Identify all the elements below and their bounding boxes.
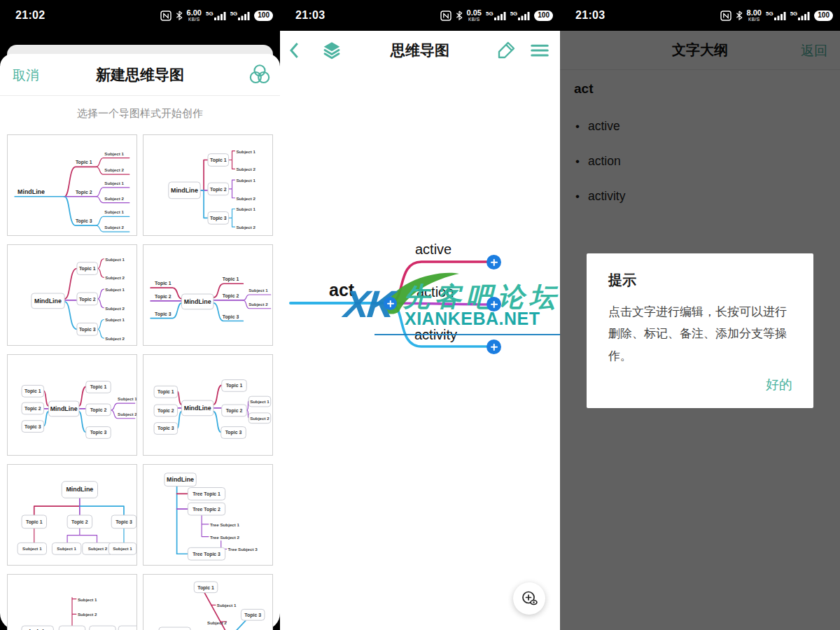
add-branch-root-button[interactable] — [384, 297, 397, 310]
stitched-screenshots: 21:02 6.00KB/S 5G 5G 100 取消 新建思维导图 选择一个导… — [0, 0, 840, 630]
template-bilateral-boxed[interactable]: MindLine Topic 1 Topic 2 Topic 3 Topic 1… — [7, 354, 137, 456]
add-branch-active-button[interactable] — [486, 255, 501, 270]
status-bar: 21:03 0.05KB/S 5G 5G 100 — [280, 0, 560, 31]
clock: 21:03 — [295, 9, 325, 22]
node-label: Tree Topic 1 — [192, 491, 220, 497]
net-speed: 0.05KB/S — [467, 9, 482, 22]
theme-colors-button[interactable] — [248, 63, 272, 85]
paint-brush-icon — [496, 40, 517, 61]
dialog-title: 提示 — [608, 271, 636, 290]
template-brace-right[interactable]: MindLine Topic 1 Topic 2 Topic 3 Subject… — [7, 244, 137, 346]
branch-node-active[interactable]: active — [415, 241, 451, 258]
node-label: Subject 1 — [236, 149, 255, 154]
hamburger-icon — [529, 40, 550, 61]
node-label: Subject 2 — [105, 306, 125, 311]
template-bilateral-boxed-subjects[interactable]: MindLine Topic 1 Topic 2 Topic 3 Topic 1… — [143, 354, 273, 456]
branch-node-action[interactable]: action — [416, 284, 454, 300]
node-label: Subject 2 — [104, 167, 124, 172]
clock: 21:02 — [15, 9, 45, 22]
node-label: Topic 1 — [158, 389, 174, 395]
node-label: MindLine — [184, 405, 211, 412]
panel-editor: 21:03 0.05KB/S 5G 5G 100 思维导图 act active… — [280, 0, 560, 630]
node-label: Topic 2 — [24, 406, 41, 412]
node-label: Tree Topic 3 — [192, 552, 220, 557]
layers-button[interactable] — [321, 40, 344, 61]
node-label: Topic 3 — [90, 430, 107, 435]
battery-indicator: 100 — [534, 10, 553, 21]
template-org-chart[interactable]: MindLine Topic 1 Topic 2 Topic 3 Subject… — [7, 464, 137, 566]
nfc-icon — [440, 10, 451, 21]
node-label: Topic 2 — [210, 187, 227, 192]
node-label: Topic 3 — [79, 327, 96, 332]
sheet-title: 新建思维导图 — [0, 65, 280, 85]
node-label: Subject 2 — [207, 620, 227, 625]
node-label: Tree Subject 2 — [210, 535, 240, 540]
nfc-icon — [720, 10, 732, 21]
node-label: Topic 3 — [115, 519, 132, 525]
signal-sim1: 5G — [206, 11, 226, 20]
style-brush-button[interactable] — [496, 40, 519, 61]
signal-sim2: 5G — [510, 11, 531, 20]
template-boxed-right[interactable]: MindLine Topic 1 Topic 2 Topic 3 Subject… — [143, 134, 273, 236]
panel-outline: 21:03 8.00KB/S 5G 5G 100 文字大纲 返回 act act… — [560, 0, 840, 630]
mindmap-canvas[interactable] — [280, 0, 560, 630]
add-branch-activity-button[interactable] — [486, 340, 501, 354]
net-speed: 8.00KB/S — [747, 9, 762, 22]
chevron-left-icon — [286, 40, 304, 61]
node-label: Subject 2 — [248, 302, 268, 307]
node-label: Topic 1 — [226, 383, 243, 388]
divider — [0, 95, 280, 96]
new-mindmap-sheet: 取消 新建思维导图 选择一个导图样式开始创作 MindLine T — [0, 54, 280, 630]
node-label: Topic 2 — [155, 294, 172, 300]
template-curved-right[interactable]: MindLine Topic 1 Topic 2 Topic 3 Subject… — [7, 134, 137, 236]
node-label: Tree Subject 1 — [210, 522, 240, 527]
node-label: Subject 1 — [78, 597, 97, 602]
node-label: Tree Subject 3 — [228, 547, 258, 552]
node-label: Subject 1 — [248, 288, 268, 293]
signal-sim1: 5G — [486, 11, 506, 20]
branch-node-activity[interactable]: activity — [414, 327, 457, 343]
node-label: Topic 1 — [90, 384, 107, 390]
node-label: Subject 2 — [236, 196, 255, 201]
back-button[interactable] — [286, 40, 309, 61]
node-label: Topic 1 — [210, 158, 227, 163]
node-label: Subject 1 — [217, 603, 237, 608]
node-label: Topic 3 — [225, 430, 242, 435]
node-label: Subject 2 — [236, 225, 255, 230]
node-label: Subject 2 — [88, 546, 108, 551]
template-timeline[interactable]: Subject 1 Subject 2 MindLine Topic 1 Top… — [7, 574, 137, 630]
node-label: Subject 1 — [104, 151, 124, 156]
add-branch-action-button[interactable] — [486, 297, 501, 312]
node-label: Subject 2 — [118, 412, 136, 416]
node-label: Topic 1 — [223, 276, 239, 282]
root-node[interactable]: act — [329, 280, 354, 300]
node-label: Topic 3 — [244, 612, 261, 618]
node-label: Topic 3 — [24, 424, 41, 430]
menu-button[interactable] — [529, 40, 553, 61]
dialog-body: 点击文字进行编辑，长按可以进行删除、标记、备注、添加分支等操作。 — [608, 301, 793, 367]
node-label: Subject 1 — [105, 257, 125, 262]
template-fishbone[interactable]: Topic 1 Subject 1 Subject 2 Topic 3 Mind… — [143, 574, 273, 630]
node-label: Topic 1 — [197, 585, 214, 591]
dialog-ok-button[interactable]: 好的 — [766, 376, 792, 394]
battery-indicator: 100 — [254, 10, 273, 21]
nfc-icon — [160, 10, 172, 21]
sheet-subtitle: 选择一个导图样式开始创作 — [0, 107, 280, 120]
battery-indicator: 100 — [814, 10, 833, 21]
node-label: Topic 2 — [71, 519, 88, 525]
tri-circle-icon — [248, 63, 272, 85]
preview-fab[interactable] — [513, 582, 545, 615]
node-label: Topic 3 — [158, 426, 174, 431]
template-tree[interactable]: MindLine Tree Topic 1 Tree Topic 2 Tree … — [143, 464, 273, 566]
template-bilateral[interactable]: MindLine Topic 1 Topic 2 Topic 3 Topic 1… — [143, 244, 273, 346]
node-label: Topic 3 — [155, 312, 172, 317]
node-label: Topic 2 — [158, 408, 174, 414]
net-speed: 6.00KB/S — [187, 9, 202, 22]
node-label: MindLine — [184, 298, 211, 305]
node-label: MindLine — [66, 486, 93, 493]
bluetooth-icon — [456, 10, 463, 20]
node-label: Subject 1 — [104, 209, 124, 214]
node-label: Subject 1 — [250, 399, 270, 404]
node-label: Subject 1 — [105, 287, 125, 292]
node-label: Topic 3 — [76, 218, 92, 224]
